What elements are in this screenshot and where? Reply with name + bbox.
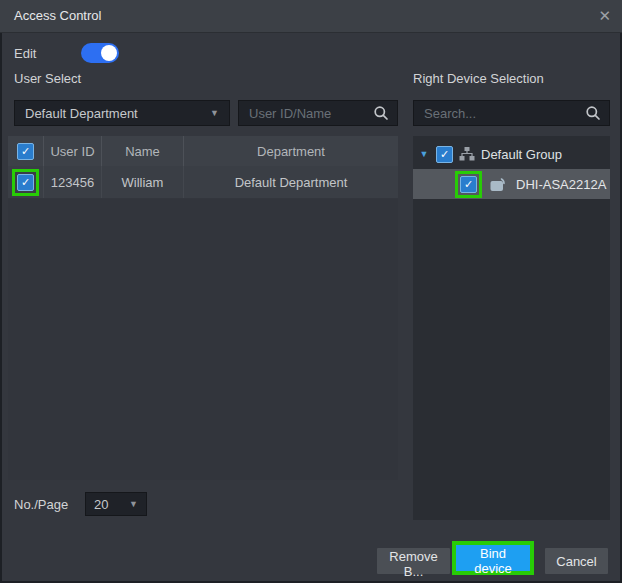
close-icon[interactable]: ✕ [598, 0, 611, 32]
bind-device-button[interactable]: Bind device [456, 545, 530, 571]
user-select-label: User Select [14, 70, 81, 88]
device-checkbox[interactable]: ✓ [460, 176, 477, 193]
tree-group-label: Default Group [481, 147, 562, 162]
highlight-box: ✓ [12, 169, 39, 196]
user-table: ✓ User ID Name Department ✓ 123456 Willi… [8, 136, 398, 480]
column-header-name: Name [101, 136, 183, 166]
group-icon [459, 147, 475, 161]
title-bar: Access Control ✕ [0, 0, 622, 33]
cell-department: Default Department [183, 166, 398, 198]
per-page-dropdown[interactable]: 20 ▼ [85, 492, 147, 516]
check-icon: ✓ [21, 146, 30, 157]
device-search-box [413, 100, 610, 126]
highlight-box: Bind device [452, 541, 534, 575]
table-row[interactable]: ✓ 123456 William Default Department [8, 166, 398, 199]
device-tree-panel: ▼ ✓ Default Group ✓ DHI-ASA2212A [413, 136, 610, 520]
search-icon [585, 105, 601, 121]
edit-toggle[interactable] [81, 43, 119, 63]
search-icon [373, 105, 389, 121]
access-control-dialog: Access Control ✕ Edit User Select Right … [0, 0, 622, 583]
cell-user-id: 123456 [43, 166, 101, 198]
cancel-button[interactable]: Cancel [545, 548, 608, 574]
check-icon: ✓ [440, 149, 449, 160]
dialog-title: Access Control [14, 0, 101, 32]
check-icon: ✓ [464, 179, 473, 190]
per-page-label: No./Page [14, 496, 68, 514]
department-dropdown-value: Default Department [25, 106, 138, 121]
device-icon [490, 177, 508, 192]
remove-batch-button[interactable]: Remove B... [377, 548, 450, 574]
user-search-input[interactable] [239, 106, 373, 121]
column-header-user-id: User ID [43, 136, 101, 166]
tree-device-row[interactable]: ✓ DHI-ASA2212A [413, 169, 610, 199]
header-checkbox-cell: ✓ [8, 136, 43, 166]
per-page-value: 20 [94, 497, 108, 512]
group-checkbox[interactable]: ✓ [436, 146, 453, 163]
column-header-department: Department [183, 136, 398, 166]
table-header-row: ✓ User ID Name Department [8, 136, 398, 166]
department-dropdown[interactable]: Default Department ▼ [14, 100, 230, 126]
check-icon: ✓ [21, 177, 30, 188]
select-all-checkbox[interactable]: ✓ [17, 143, 34, 160]
chevron-down-icon: ▼ [129, 499, 138, 509]
cell-name: William [101, 166, 183, 198]
device-search-input[interactable] [414, 106, 585, 121]
tree-group-row[interactable]: ▼ ✓ Default Group [413, 141, 610, 167]
right-device-selection-label: Right Device Selection [413, 70, 544, 88]
highlight-box: ✓ [455, 171, 482, 198]
toggle-knob [101, 45, 117, 61]
expander-icon[interactable]: ▼ [418, 149, 430, 159]
tree-device-label: DHI-ASA2212A [516, 177, 606, 192]
row-checkbox-cell: ✓ [8, 166, 43, 198]
chevron-down-icon: ▼ [210, 108, 219, 118]
user-search-box [238, 100, 398, 126]
row-checkbox[interactable]: ✓ [17, 174, 34, 191]
edit-label: Edit [14, 44, 36, 64]
